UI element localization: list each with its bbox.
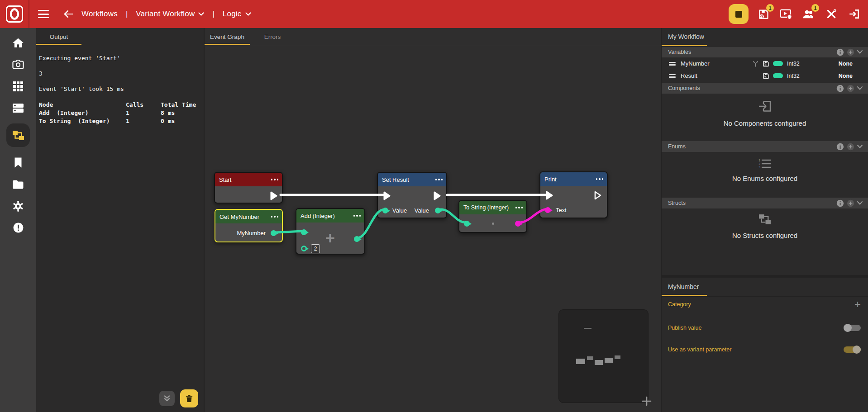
variable-row-result[interactable]: Result Int32 None [662, 70, 868, 82]
variant-parameter-toggle[interactable] [844, 346, 861, 354]
collapse-output-button[interactable] [159, 391, 175, 406]
sidebar-item-settings[interactable] [6, 200, 30, 212]
sidebar-item-devices[interactable] [6, 102, 30, 114]
users-button[interactable]: 1 [801, 6, 816, 22]
node-menu-icon[interactable] [596, 176, 604, 182]
add-icon[interactable] [847, 143, 854, 151]
svg-text:1: 1 [758, 159, 760, 162]
minimap[interactable] [559, 310, 648, 403]
clear-output-button[interactable] [180, 389, 198, 407]
sidebar-item-workflows[interactable] [6, 123, 30, 147]
run-settings-button[interactable] [778, 6, 794, 22]
variable-name: Result [681, 72, 735, 79]
numbered-list-icon: 123 [758, 158, 771, 168]
input-port-teal[interactable] [301, 229, 307, 235]
node-print[interactable]: Print Text [539, 171, 608, 218]
svg-text:3: 3 [758, 166, 760, 168]
tab-output[interactable]: Output [36, 28, 81, 45]
tools-button[interactable] [824, 6, 839, 22]
stop-button[interactable] [729, 4, 749, 24]
output-port-teal[interactable] [354, 236, 360, 242]
video-settings-icon [780, 8, 792, 20]
default-value-input[interactable]: 2 [311, 244, 320, 253]
drag-handle-icon[interactable] [669, 74, 676, 78]
add-icon[interactable] [847, 48, 854, 56]
minimap-node [587, 356, 593, 360]
topbar-actions: 1 1 [729, 0, 862, 28]
publish-button[interactable]: 1 [756, 6, 771, 22]
node-add-integer[interactable]: Add (Integer) 2 + [296, 208, 365, 255]
info-icon[interactable] [836, 85, 844, 92]
struct-icon [758, 213, 771, 225]
sidebar-item-apps[interactable] [6, 80, 30, 92]
node-title: Set Result [382, 176, 409, 183]
section-enums[interactable]: Enums [662, 141, 868, 152]
tab-event-graph[interactable]: Event Graph [205, 28, 250, 45]
empty-text: No Components configured [662, 119, 868, 127]
graph-name: Logic [223, 9, 242, 19]
node-menu-icon[interactable] [271, 214, 279, 219]
add-category-icon[interactable]: + [854, 300, 861, 309]
exec-in-port[interactable] [545, 191, 554, 200]
workflow-icon [12, 130, 24, 141]
drag-handle-icon[interactable] [669, 62, 676, 66]
zoom-fit-button[interactable] [640, 394, 653, 408]
minimap-node [595, 360, 603, 365]
section-structs[interactable]: Structs [662, 198, 868, 208]
input-port-teal[interactable] [382, 208, 388, 213]
variable-name: MyNumber [681, 60, 735, 67]
tab-errors[interactable]: Errors [250, 28, 295, 45]
sidebar-item-camera[interactable] [6, 58, 30, 71]
section-variables[interactable]: Variables [662, 47, 868, 57]
output-panel: Output Executing event 'Start' 3 Event '… [36, 28, 205, 412]
sidebar-item-bookmarks[interactable] [6, 156, 30, 169]
input-port-hollow[interactable] [301, 246, 307, 251]
node-menu-icon[interactable] [435, 177, 443, 182]
info-icon[interactable] [836, 199, 844, 207]
exec-out-port[interactable] [269, 191, 278, 200]
app-logo[interactable] [6, 5, 23, 23]
back-arrow-icon[interactable] [63, 10, 73, 18]
sidebar-item-home[interactable] [6, 37, 30, 49]
publish-value-toggle[interactable] [844, 324, 861, 332]
graph-tabbar: Event Graph Errors [205, 28, 661, 45]
exec-out-port[interactable] [433, 191, 442, 200]
chevron-down-icon[interactable] [857, 145, 863, 148]
add-icon[interactable] [847, 85, 854, 92]
node-set-result[interactable]: Set Result Value Value [377, 172, 447, 218]
chevron-down-icon[interactable] [857, 201, 863, 205]
exec-out-port-unconnected[interactable] [593, 191, 602, 200]
info-icon[interactable] [836, 143, 844, 151]
chevron-down-icon[interactable] [857, 86, 863, 90]
menu-icon[interactable] [38, 10, 49, 18]
chevron-down-icon[interactable] [857, 50, 863, 54]
sidebar-item-files[interactable] [6, 178, 30, 190]
node-menu-icon[interactable] [353, 213, 361, 218]
exit-button[interactable] [846, 6, 862, 22]
section-components[interactable]: Components [662, 83, 868, 94]
sidebar-item-alerts[interactable] [6, 222, 30, 234]
graph-selector[interactable]: Logic [223, 9, 251, 19]
input-port-teal[interactable] [464, 221, 470, 227]
profile-table-header: Node Calls Total Time [39, 101, 201, 109]
nav-workflows[interactable]: Workflows [81, 9, 118, 19]
output-port-magenta[interactable] [515, 221, 521, 227]
empty-text: No Enums configured [662, 175, 868, 182]
type-pill [773, 73, 783, 78]
exec-in-port[interactable] [382, 191, 391, 200]
workflow-selector[interactable]: Variant Workflow [136, 9, 204, 19]
output-port-teal[interactable] [271, 230, 277, 236]
graph-canvas[interactable]: Start Get MyNumber MyNumber Add [205, 45, 661, 412]
log-line: 3 [39, 71, 201, 76]
node-menu-icon[interactable] [515, 205, 523, 210]
info-icon[interactable] [836, 48, 844, 56]
node-menu-icon[interactable] [271, 177, 279, 182]
input-port-magenta[interactable] [545, 207, 551, 213]
node-start[interactable]: Start [214, 172, 283, 204]
variable-row-mynumber[interactable]: MyNumber Int32 None [662, 57, 868, 70]
plus-icon [642, 396, 652, 406]
output-port-teal[interactable] [435, 208, 441, 213]
add-icon[interactable] [847, 199, 854, 207]
node-get-mynumber[interactable]: Get MyNumber MyNumber [215, 209, 283, 242]
node-to-string[interactable]: To String (Integer) [458, 200, 527, 233]
